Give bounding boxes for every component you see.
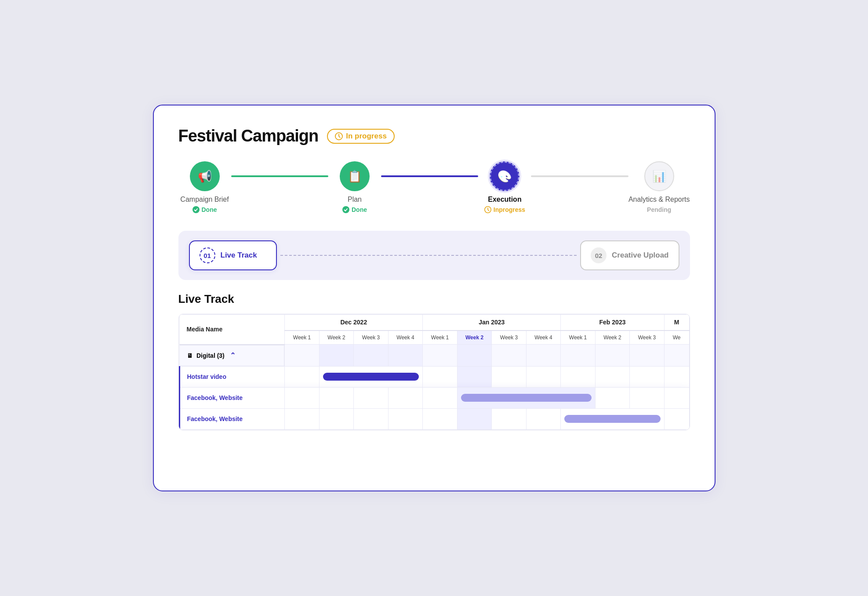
sub-step-num-1: 01 (200, 247, 215, 263)
week-jan4: Week 4 (526, 331, 561, 345)
group-digital-label: 🖥 Digital (3) ⌃ (179, 345, 284, 366)
row-facebook-1: Facebook, Website (179, 387, 689, 408)
week-feb1: Week 1 (561, 331, 595, 345)
chevron-up-icon[interactable]: ⌃ (230, 351, 236, 360)
row-facebook-2: Facebook, Website (179, 408, 689, 429)
step-execution[interactable]: 🎨 Execution Inprogress (478, 161, 531, 213)
gantt-table-wrap: Media Name Dec 2022 Jan 2023 Feb 2023 M … (178, 314, 690, 430)
inprogress-icon (335, 132, 343, 140)
week-dec2: Week 2 (319, 331, 353, 345)
status-label: In progress (346, 132, 387, 141)
facebook1-link[interactable]: Facebook, Website (187, 394, 243, 401)
step-icon-analytics: 📊 (644, 161, 674, 191)
month-header-row: Media Name Dec 2022 Jan 2023 Feb 2023 M (179, 315, 689, 331)
stepper: 📢 Campaign Brief Done 📋 Plan Done 🎨 (178, 161, 690, 213)
done-icon-2 (342, 206, 349, 213)
step-plan[interactable]: 📋 Plan Done (328, 161, 381, 213)
line-1 (231, 175, 328, 177)
sub-steps: 01 Live Track 02 Creative Upload (189, 240, 679, 270)
inprogress-icon-sm (484, 206, 491, 213)
sub-step-creative-upload[interactable]: 02 Creative Upload (580, 240, 679, 270)
dec-header: Dec 2022 (285, 315, 423, 331)
hotstar-label: Hotstar video (179, 366, 285, 387)
sub-step-live-track[interactable]: 01 Live Track (189, 240, 277, 270)
step-icon-campaign-brief: 📢 (190, 161, 220, 191)
line-3 (531, 175, 628, 177)
svg-point-2 (342, 206, 349, 213)
step-status-analytics: Pending (647, 206, 671, 213)
step-label-execution: Execution (488, 196, 521, 204)
week-dec3: Week 3 (354, 331, 388, 345)
hotstar-bar (323, 373, 419, 381)
step-status-execution: Inprogress (484, 206, 525, 213)
facebook1-label: Facebook, Website (179, 387, 285, 408)
header-row: Festival Campaign In progress (178, 127, 690, 145)
step-icon-execution: 🎨 (490, 161, 519, 191)
week-feb2: Week 2 (595, 331, 629, 345)
feb-header: Feb 2023 (561, 315, 664, 331)
step-campaign-brief[interactable]: 📢 Campaign Brief Done (178, 161, 231, 213)
page-title: Festival Campaign (178, 127, 319, 145)
line-2 (381, 175, 478, 177)
step-status-campaign-brief: Done (192, 206, 217, 213)
done-icon (192, 206, 200, 213)
status-badge: In progress (327, 129, 395, 144)
sub-step-label-live-track: Live Track (221, 251, 257, 260)
sub-step-dashed-line (280, 255, 577, 256)
week-mar: We (664, 331, 689, 345)
main-card: Festival Campaign In progress 📢 Campaign… (153, 105, 715, 491)
media-col-header: Media Name (179, 315, 285, 345)
facebook2-link[interactable]: Facebook, Website (187, 415, 243, 422)
step-label-campaign-brief: Campaign Brief (180, 196, 229, 204)
group-label: Digital (3) (196, 352, 225, 359)
svg-point-1 (192, 206, 200, 213)
section-title: Live Track (178, 292, 690, 306)
week-jan1: Week 1 (423, 331, 457, 345)
row-hotstar: Hotstar video (179, 366, 689, 387)
hotstar-link[interactable]: Hotstar video (187, 373, 226, 380)
gantt-table: Media Name Dec 2022 Jan 2023 Feb 2023 M … (179, 314, 690, 430)
sub-steps-area: 01 Live Track 02 Creative Upload (178, 231, 690, 280)
week-jan3: Week 3 (492, 331, 526, 345)
mar-header: M (664, 315, 689, 331)
step-analytics[interactable]: 📊 Analytics & Reports Pending (628, 161, 690, 213)
week-jan2-current: Week 2 (457, 331, 491, 345)
step-label-analytics: Analytics & Reports (628, 196, 690, 204)
facebook1-bar (461, 394, 592, 402)
sub-step-num-2: 02 (591, 247, 607, 263)
week-dec4: Week 4 (388, 331, 423, 345)
facebook2-bar (564, 415, 660, 423)
step-icon-plan: 📋 (340, 161, 370, 191)
live-track-section: Live Track (178, 292, 690, 430)
sub-step-label-creative-upload: Creative Upload (612, 251, 668, 260)
jan-header: Jan 2023 (423, 315, 561, 331)
digital-icon: 🖥 (187, 352, 193, 359)
week-dec1: Week 1 (285, 331, 319, 345)
step-label-plan: Plan (348, 196, 362, 204)
facebook2-label: Facebook, Website (179, 408, 285, 429)
week-feb3: Week 3 (630, 331, 664, 345)
group-digital: 🖥 Digital (3) ⌃ (179, 345, 689, 367)
step-status-plan: Done (342, 206, 367, 213)
